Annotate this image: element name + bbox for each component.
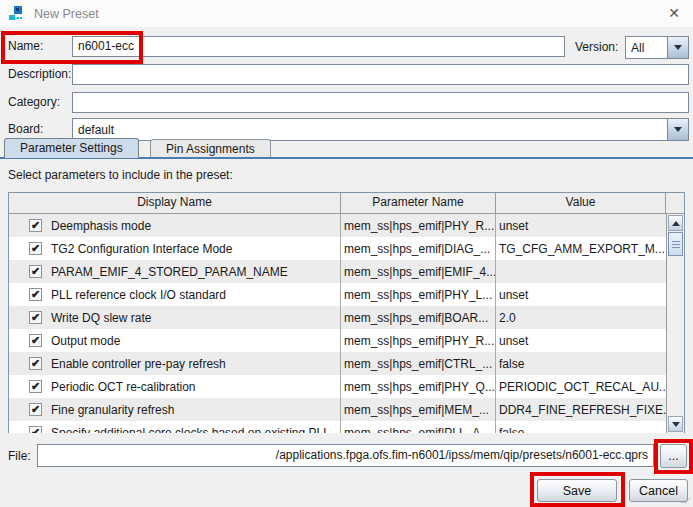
display-name-cell: ✔Output mode xyxy=(9,329,341,352)
display-name-cell: ✔Specify additional core clocks based on… xyxy=(9,421,341,433)
display-name-cell: ✔PLL reference clock I/O standard xyxy=(9,283,341,306)
version-label: Version: xyxy=(575,37,618,57)
display-name-cell: ✔TG2 Configuration Interface Mode xyxy=(9,237,341,260)
value-cell: unset xyxy=(496,214,666,237)
instruction-text: Select parameters to include in the pres… xyxy=(8,168,233,182)
value-cell: DDR4_FINE_REFRESH_FIXE... xyxy=(496,398,666,421)
file-label: File: xyxy=(8,446,31,466)
row-checkbox[interactable]: ✔ xyxy=(29,219,42,232)
value-cell: false xyxy=(496,352,666,375)
scrollbar-thumb[interactable] xyxy=(668,232,683,256)
save-button[interactable]: Save xyxy=(537,479,617,502)
browse-button[interactable]: ... xyxy=(660,444,687,468)
table-row[interactable]: ✔Write DQ slew ratemem_ss|hps_emif|BOAR.… xyxy=(9,306,666,329)
scrollbar-track[interactable] xyxy=(667,256,684,415)
table-row[interactable]: ✔Periodic OCT re-calibrationmem_ss|hps_e… xyxy=(9,375,666,398)
row-checkbox[interactable]: ✔ xyxy=(29,311,42,324)
value-cell: PERIODIC_OCT_RECAL_AU... xyxy=(496,375,666,398)
description-label: Description: xyxy=(8,64,71,84)
file-path-input[interactable]: /applications.fpga.ofs.fim-n6001/ipss/me… xyxy=(37,444,654,467)
table-row[interactable]: ✔Output modemem_ss|hps_emif|PHY_R...unse… xyxy=(9,329,666,352)
table-row[interactable]: ✔Fine granularity refreshmem_ss|hps_emif… xyxy=(9,398,666,421)
vertical-scrollbar[interactable] xyxy=(666,214,684,433)
preset-icon xyxy=(9,6,26,22)
board-dropdown[interactable]: default xyxy=(72,118,689,141)
table-row[interactable]: ✔Deemphasis modemem_ss|hps_emif|PHY_R...… xyxy=(9,214,666,237)
version-value: All xyxy=(626,41,667,55)
value-cell: 2.0 xyxy=(496,306,666,329)
parameter-name-cell: mem_ss|hps_emif|PHY_Q... xyxy=(341,375,496,398)
display-name-text: TG2 Configuration Interface Mode xyxy=(51,242,232,256)
display-name-text: Deemphasis mode xyxy=(51,219,151,233)
display-name-cell: ✔Enable controller pre-pay refresh xyxy=(9,352,341,375)
display-name-text: Output mode xyxy=(51,334,120,348)
category-label: Category: xyxy=(8,92,60,112)
row-checkbox[interactable]: ✔ xyxy=(29,357,42,370)
parameter-name-cell: mem_ss|hps_emif|DIAG_... xyxy=(341,237,496,260)
row-checkbox[interactable]: ✔ xyxy=(29,403,42,416)
display-name-text: Specify additional core clocks based on … xyxy=(51,426,330,434)
table-row[interactable]: ✔Enable controller pre-pay refreshmem_ss… xyxy=(9,352,666,375)
column-header-value[interactable]: Value xyxy=(496,193,666,213)
row-checkbox[interactable]: ✔ xyxy=(29,334,42,347)
display-name-text: PLL reference clock I/O standard xyxy=(51,288,226,302)
value-cell: TG_CFG_AMM_EXPORT_M... xyxy=(496,237,666,260)
version-dropdown[interactable]: All xyxy=(625,36,689,59)
window-title: New Preset xyxy=(34,7,99,21)
table-row[interactable]: ✔PARAM_EMIF_4_STORED_PARAM_NAMEmem_ss|hp… xyxy=(9,260,666,283)
display-name-text: Periodic OCT re-calibration xyxy=(51,380,196,394)
table-row[interactable]: ✔TG2 Configuration Interface Modemem_ss|… xyxy=(9,237,666,260)
parameter-name-cell: mem_ss|hps_emif|PHY_R... xyxy=(341,329,496,352)
parameter-name-cell: mem_ss|hps_emif|PLL_A... xyxy=(341,421,496,433)
column-header-scroll-spacer xyxy=(666,193,684,213)
parameter-name-cell: mem_ss|hps_emif|EMIF_4... xyxy=(341,260,496,283)
name-label: Name: xyxy=(8,36,43,56)
board-value: default xyxy=(73,123,667,137)
display-name-cell: ✔Write DQ slew rate xyxy=(9,306,341,329)
value-cell: false xyxy=(496,421,666,433)
parameter-name-cell: mem_ss|hps_emif|PHY_R... xyxy=(341,214,496,237)
scroll-down-icon[interactable] xyxy=(668,416,683,432)
title-bar: New Preset ✕ xyxy=(0,0,693,27)
parameter-name-cell: mem_ss|hps_emif|PHY_L... xyxy=(341,283,496,306)
table-row[interactable]: ✔PLL reference clock I/O standardmem_ss|… xyxy=(9,283,666,306)
column-header-display-name[interactable]: Display Name xyxy=(9,193,341,213)
display-name-text: Write DQ slew rate xyxy=(51,311,151,325)
display-name-text: Fine granularity refresh xyxy=(51,403,174,417)
parameter-table: Display Name Parameter Name Value ✔Deemp… xyxy=(8,192,685,433)
board-label: Board: xyxy=(8,119,43,139)
row-checkbox[interactable]: ✔ xyxy=(29,265,42,278)
display-name-text: PARAM_EMIF_4_STORED_PARAM_NAME xyxy=(51,265,288,279)
table-header: Display Name Parameter Name Value xyxy=(9,193,684,214)
parameter-name-cell: mem_ss|hps_emif|CTRL_... xyxy=(341,352,496,375)
name-input[interactable]: n6001-ecc xyxy=(72,36,565,57)
scroll-up-icon[interactable] xyxy=(668,215,683,231)
row-checkbox[interactable]: ✔ xyxy=(29,242,42,255)
row-checkbox[interactable]: ✔ xyxy=(29,288,42,301)
parameter-name-cell: mem_ss|hps_emif|MEM_... xyxy=(341,398,496,421)
close-icon[interactable]: ✕ xyxy=(665,4,683,22)
board-dropdown-arrow-icon[interactable] xyxy=(667,119,688,140)
version-dropdown-arrow-icon[interactable] xyxy=(667,37,688,58)
display-name-cell: ✔Deemphasis mode xyxy=(9,214,341,237)
table-rows-viewport: ✔Deemphasis modemem_ss|hps_emif|PHY_R...… xyxy=(9,214,666,433)
display-name-cell: ✔Periodic OCT re-calibration xyxy=(9,375,341,398)
value-cell: unset xyxy=(496,283,666,306)
display-name-cell: ✔Fine granularity refresh xyxy=(9,398,341,421)
tab-parameter-settings[interactable]: Parameter Settings xyxy=(4,138,139,158)
row-checkbox[interactable]: ✔ xyxy=(29,380,42,393)
table-row[interactable]: ✔Specify additional core clocks based on… xyxy=(9,421,666,433)
display-name-cell: ✔PARAM_EMIF_4_STORED_PARAM_NAME xyxy=(9,260,341,283)
tab-pin-assignments[interactable]: Pin Assignments xyxy=(150,139,271,158)
row-checkbox[interactable]: ✔ xyxy=(29,426,42,433)
parameter-name-cell: mem_ss|hps_emif|BOAR... xyxy=(341,306,496,329)
display-name-text: Enable controller pre-pay refresh xyxy=(51,357,226,371)
description-input[interactable] xyxy=(72,64,689,85)
category-input[interactable] xyxy=(72,92,689,113)
column-header-parameter-name[interactable]: Parameter Name xyxy=(341,193,496,213)
value-cell: unset xyxy=(496,329,666,352)
cancel-button[interactable]: Cancel xyxy=(629,479,688,502)
value-cell xyxy=(496,260,666,283)
